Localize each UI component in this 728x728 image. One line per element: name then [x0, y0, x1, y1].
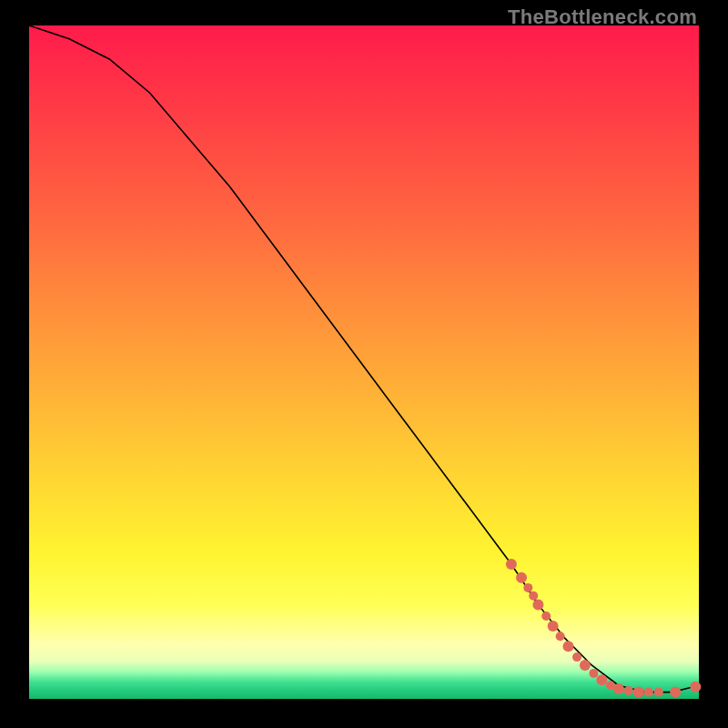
chart-overlay: [29, 25, 699, 699]
data-point: [654, 688, 663, 697]
data-point: [506, 559, 517, 570]
data-point: [644, 688, 653, 697]
data-point: [523, 583, 532, 592]
data-point: [624, 686, 633, 695]
chart-frame: TheBottleneck.com: [0, 0, 728, 728]
data-point: [633, 687, 644, 698]
bottleneck-curve: [29, 25, 699, 693]
data-point: [690, 682, 701, 693]
data-point: [572, 652, 581, 662]
marker-group: [506, 559, 701, 698]
data-point: [541, 612, 551, 621]
data-point: [556, 632, 565, 641]
data-point: [516, 572, 527, 583]
data-point: [613, 683, 624, 694]
data-point: [580, 660, 591, 671]
data-point: [548, 621, 559, 632]
data-point: [596, 674, 607, 685]
data-point: [532, 599, 543, 610]
data-point: [529, 592, 538, 601]
data-point: [670, 687, 681, 698]
data-point: [563, 641, 574, 652]
data-point: [589, 669, 598, 678]
